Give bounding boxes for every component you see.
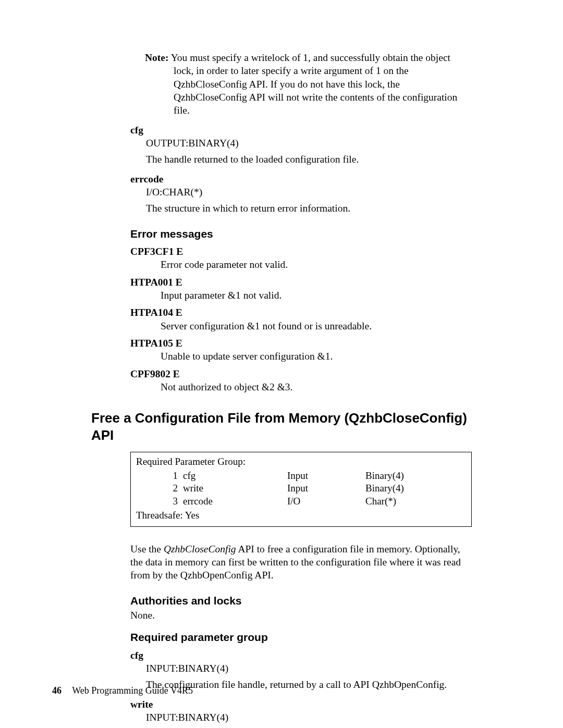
error-text: Not authorized to object &2 &3. [161, 380, 472, 393]
param-name: cfg [183, 470, 287, 483]
parameter-group-box: Required Parameter Group: 1 cfg Input Bi… [130, 452, 472, 526]
param-name: write [183, 482, 287, 495]
threadsafe-line: Threadsafe: Yes [136, 509, 466, 522]
authorities-text: None. [130, 609, 472, 622]
api-heading: Free a Configuration File from Memory (Q… [91, 410, 472, 445]
param-name: errcode [183, 495, 287, 508]
api-description: Use the QzhbCloseConfig API to free a co… [130, 542, 472, 582]
param-type: Binary(4) [365, 470, 428, 483]
req-cfg-type: INPUT:BINARY(4) [146, 662, 472, 675]
error-code: CPF3CF1 E [130, 245, 472, 258]
req-cfg-name: cfg [130, 649, 472, 662]
param-type: Binary(4) [365, 482, 428, 495]
param-box-title: Required Parameter Group: [136, 455, 466, 468]
error-text: Error code parameter not valid. [161, 258, 472, 271]
footer-title: Web Programming Guide V4R5 [72, 685, 193, 696]
error-code: HTPA104 E [130, 306, 472, 319]
param-cfg-name: cfg [130, 124, 472, 137]
error-code: CPF9802 E [130, 367, 472, 380]
note-label: Note: [145, 52, 168, 63]
api-desc-name: QzhbCloseConfig [164, 544, 236, 554]
param-row: 2 write Input Binary(4) [136, 482, 466, 495]
param-errcode-desc: The structure in which to return error i… [146, 202, 472, 215]
param-dir: Input [287, 482, 365, 495]
param-num: 1 [136, 470, 183, 483]
req-write-type: INPUT:BINARY(4) [146, 711, 472, 724]
param-cfg-desc: The handle returned to the loaded config… [146, 153, 472, 166]
param-errcode-name: errcode [130, 172, 472, 186]
page-number: 46 [52, 685, 62, 696]
req-cfg-desc: The configuration file handle, returned … [146, 678, 472, 691]
param-dir: I/O [287, 495, 365, 508]
error-code: HTPA105 E [130, 337, 472, 350]
req-write-name: write [130, 698, 472, 711]
param-dir: Input [287, 470, 365, 483]
param-row: 3 errcode I/O Char(*) [136, 495, 466, 508]
param-num: 3 [136, 495, 183, 508]
error-text: Input parameter &1 not valid. [161, 289, 472, 302]
required-param-heading: Required parameter group [130, 630, 472, 644]
page-footer: 46 Web Programming Guide V4R5 [52, 685, 193, 697]
error-messages-heading: Error messages [130, 227, 472, 241]
error-text: Unable to update server configuration &1… [161, 350, 472, 363]
param-num: 2 [136, 482, 183, 495]
note-text: You must specify a writelock of 1, and s… [171, 52, 458, 116]
param-errcode-type: I/O:CHAR(*) [146, 186, 472, 199]
api-desc-prefix: Use the [130, 544, 164, 554]
note-block: Note: You must specify a writelock of 1,… [145, 51, 472, 117]
param-cfg-type: OUTPUT:BINARY(4) [146, 137, 472, 150]
param-row: 1 cfg Input Binary(4) [136, 470, 466, 483]
param-type: Char(*) [365, 495, 428, 508]
error-text: Server configuration &1 not found or is … [161, 319, 472, 332]
authorities-heading: Authorities and locks [130, 594, 472, 608]
error-code: HTPA001 E [130, 276, 472, 289]
